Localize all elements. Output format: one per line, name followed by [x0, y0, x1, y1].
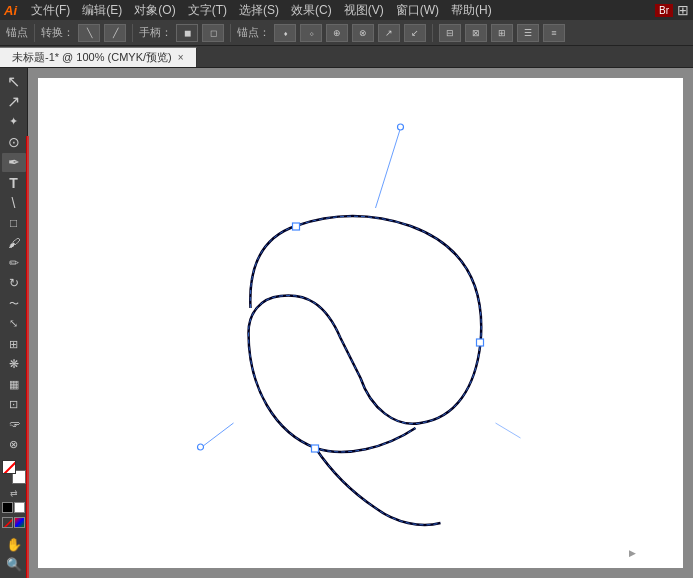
- anchorpt-label: 锚点：: [237, 25, 270, 40]
- default-colors-btn[interactable]: [2, 502, 13, 513]
- options-bar: 锚点 转换： ╲ ╱ 手柄： ◼ ◻ 锚点： ⬧ ⬦ ⊕ ⊗ ↗ ↙ ⊟ ⊠ ⊞…: [0, 20, 693, 46]
- align-btn2[interactable]: ⊠: [465, 24, 487, 42]
- anchor-btn2[interactable]: ⬦: [300, 24, 322, 42]
- separator2: [132, 24, 133, 42]
- anchor-btn6[interactable]: ↙: [404, 24, 426, 42]
- menu-type[interactable]: 文字(T): [182, 2, 233, 19]
- menu-bar: Ai 文件(F) 编辑(E) 对象(O) 文字(T) 选择(S) 效果(C) 视…: [0, 0, 693, 20]
- scale-tool-btn[interactable]: ⤡: [2, 314, 26, 333]
- free-transform-btn[interactable]: ⊞: [2, 334, 26, 353]
- blend-tool-btn[interactable]: ⊗: [2, 435, 26, 454]
- drawing-svg: ▶: [38, 78, 683, 568]
- rectangle-tool-btn[interactable]: □: [2, 213, 26, 232]
- main-area: ↖ ↗ ✦ ⊙ ✒ T \ □ 🖌 ✏ ↻ 〜 ⤡ ⊞ ❋: [0, 68, 693, 578]
- convert-anchor-btn1[interactable]: ╲: [78, 24, 100, 42]
- svg-line-4: [496, 423, 521, 438]
- menu-select[interactable]: 选择(S): [233, 2, 285, 19]
- type-tool-btn[interactable]: T: [2, 173, 26, 192]
- left-toolbar-wrapper: ↖ ↗ ✦ ⊙ ✒ T \ □ 🖌 ✏ ↻ 〜 ⤡ ⊞ ❋: [0, 68, 28, 578]
- svg-line-1: [3, 518, 13, 528]
- svg-text:▶: ▶: [629, 548, 636, 558]
- bridge-icon[interactable]: Br: [655, 4, 673, 17]
- red-line: [27, 136, 29, 578]
- menu-object[interactable]: 对象(O): [128, 2, 181, 19]
- document-tab[interactable]: 未标题-1* @ 100% (CMYK/预览) ×: [0, 47, 197, 67]
- symbol-tool-btn[interactable]: ❋: [2, 355, 26, 374]
- svg-point-8: [398, 124, 404, 130]
- handle-label: 手柄：: [139, 25, 172, 40]
- zoom-tool-btn[interactable]: 🔍: [2, 555, 26, 574]
- anchor-btn3[interactable]: ⊕: [326, 24, 348, 42]
- tab-bar: 未标题-1* @ 100% (CMYK/预览) ×: [0, 46, 693, 68]
- menu-window[interactable]: 窗口(W): [390, 2, 445, 19]
- canvas-area[interactable]: ▶: [28, 68, 693, 578]
- paintbrush-tool-btn[interactable]: 🖌: [2, 234, 26, 253]
- eyedropper-tool-btn[interactable]: 🖙: [2, 415, 26, 434]
- none-swatch[interactable]: [2, 517, 13, 528]
- svg-line-2: [376, 128, 401, 208]
- align-btn4[interactable]: ☰: [517, 24, 539, 42]
- app-logo: Ai: [4, 3, 17, 18]
- svg-line-3: [201, 423, 234, 448]
- tab-close-button[interactable]: ×: [178, 52, 184, 63]
- menu-effect[interactable]: 效果(C): [285, 2, 338, 19]
- anchor-btn4[interactable]: ⊗: [352, 24, 374, 42]
- fill-swatch[interactable]: [2, 460, 16, 474]
- anchor-btn5[interactable]: ↗: [378, 24, 400, 42]
- selection-tool-btn[interactable]: ↖: [2, 72, 26, 91]
- pen-tool-btn[interactable]: ✒: [2, 153, 26, 172]
- menu-file[interactable]: 文件(F): [25, 2, 76, 19]
- svg-rect-5: [293, 223, 300, 230]
- lasso-tool-btn[interactable]: ⊙: [2, 133, 26, 152]
- left-toolbar: ↖ ↗ ✦ ⊙ ✒ T \ □ 🖌 ✏ ↻ 〜 ⤡ ⊞ ❋: [0, 68, 28, 578]
- menu-edit[interactable]: 编辑(E): [76, 2, 128, 19]
- svg-point-9: [198, 444, 204, 450]
- align-btn3[interactable]: ⊞: [491, 24, 513, 42]
- artboard-tool-btn[interactable]: ⊡: [2, 395, 26, 414]
- workspace-switcher-icon[interactable]: ⊞: [677, 2, 689, 18]
- graph-tool-btn[interactable]: ▦: [2, 375, 26, 394]
- hand-tool-btn[interactable]: ✋: [2, 535, 26, 554]
- swap-colors-btn[interactable]: ⇄: [10, 488, 18, 498]
- convert-label: 转换：: [41, 25, 74, 40]
- line-tool-btn[interactable]: \: [2, 193, 26, 212]
- separator3: [230, 24, 231, 42]
- warp-tool-btn[interactable]: 〜: [2, 294, 26, 313]
- pencil-tool-btn[interactable]: ✏: [2, 254, 26, 273]
- svg-rect-6: [477, 339, 484, 346]
- color-swatches: ⇄: [2, 460, 26, 532]
- separator: [34, 24, 35, 42]
- menu-view[interactable]: 视图(V): [338, 2, 390, 19]
- tab-title: 未标题-1* @ 100% (CMYK/预览): [12, 50, 172, 65]
- direct-selection-tool-btn[interactable]: ↗: [2, 92, 26, 111]
- convert-anchor-btn2[interactable]: ╱: [104, 24, 126, 42]
- svg-line-0: [3, 461, 16, 474]
- anchor-btn1[interactable]: ⬧: [274, 24, 296, 42]
- anchor-label: 锚点: [6, 25, 28, 40]
- handle-btn2[interactable]: ◻: [202, 24, 224, 42]
- magic-wand-tool-btn[interactable]: ✦: [2, 112, 26, 131]
- align-btn1[interactable]: ⊟: [439, 24, 461, 42]
- default-stroke-btn[interactable]: [14, 502, 25, 513]
- rotate-tool-btn[interactable]: ↻: [2, 274, 26, 293]
- color-mode-btn[interactable]: [14, 517, 25, 528]
- align-btn5[interactable]: ≡: [543, 24, 565, 42]
- svg-rect-7: [312, 445, 319, 452]
- canvas-document: ▶: [38, 78, 683, 568]
- handle-btn1[interactable]: ◼: [176, 24, 198, 42]
- menu-help[interactable]: 帮助(H): [445, 2, 498, 19]
